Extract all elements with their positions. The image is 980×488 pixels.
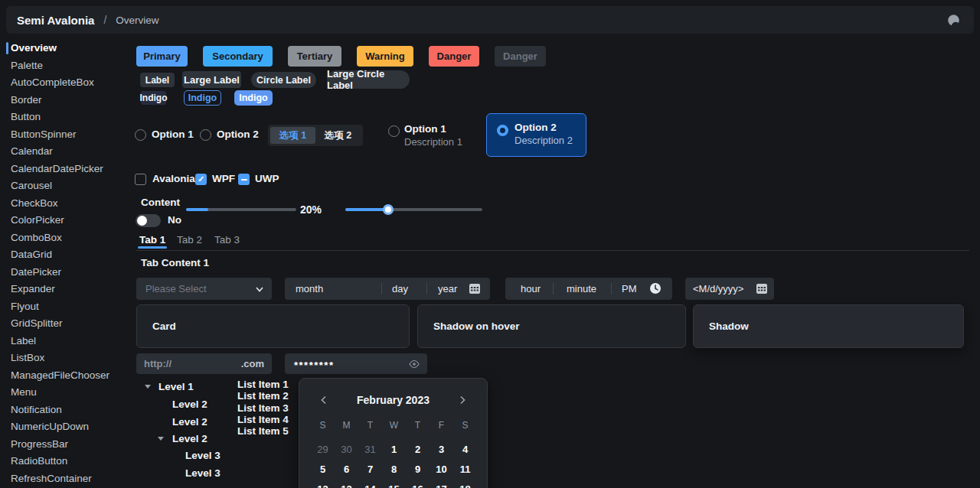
select-input[interactable]: Please Select (136, 278, 272, 300)
brand-title[interactable]: Semi Avalonia (17, 14, 94, 27)
calendar-day[interactable]: 18 (453, 483, 477, 488)
clock-icon[interactable] (649, 282, 662, 294)
sidebar-item-carousel[interactable]: Carousel (0, 177, 130, 195)
date-picker-input[interactable]: month day year (285, 278, 490, 300)
sidebar-item-managedfilechooser[interactable]: ManagedFileChooser (0, 367, 130, 385)
tertiary-button[interactable]: Tertiary (288, 46, 341, 67)
primary-button[interactable]: Primary (136, 46, 188, 67)
sidebar-item-radiobutton[interactable]: RadioButton (0, 453, 130, 470)
eye-icon[interactable] (409, 359, 420, 369)
radio-desc-option1[interactable] (388, 125, 400, 137)
calendar-day[interactable]: 5 (311, 464, 335, 475)
calendar-day[interactable]: 8 (382, 464, 406, 475)
calendar-day[interactable]: 13 (335, 483, 358, 488)
calendar-day[interactable]: 15 (382, 483, 406, 488)
sidebar-item-calendar[interactable]: Calendar (0, 143, 130, 161)
radio-option2[interactable] (200, 129, 211, 141)
tree-item-level1[interactable]: Level 1 (158, 381, 194, 392)
sidebar-item-flyout[interactable]: Flyout (0, 298, 130, 316)
sidebar-item-overview[interactable]: Overview (0, 40, 130, 57)
toggle-switch[interactable] (136, 214, 161, 227)
sidebar-item-border[interactable]: Border (0, 92, 130, 109)
tree-item-level2[interactable]: Level 2 (172, 433, 207, 444)
calendar-day[interactable]: 1 (382, 444, 406, 455)
sidebar-item-autocompletebox[interactable]: AutoCompleteBox (0, 74, 130, 92)
calendar-day[interactable]: 11 (453, 464, 477, 475)
calendar-day[interactable]: 12 (311, 483, 335, 488)
breadcrumb[interactable]: Overview (116, 15, 158, 26)
calendar-icon[interactable] (469, 282, 481, 294)
calendar-date-picker-input[interactable]: <M/d/yyyy> (685, 278, 774, 300)
checkbox-avalonia-label: Avalonia (152, 173, 195, 184)
calendar-day[interactable]: 30 (335, 444, 358, 455)
checkbox-wpf[interactable]: ✓ (195, 174, 207, 185)
sidebar-item-numericupdown[interactable]: NumericUpDown (0, 418, 130, 436)
sidebar-item-buttonspinner[interactable]: ButtonSpinner (0, 126, 130, 144)
calendar-day[interactable]: 14 (358, 483, 382, 488)
sidebar-item-notification[interactable]: Notification (0, 402, 130, 419)
list-item[interactable]: List Item 4 (237, 414, 289, 425)
tree-item-level2[interactable]: Level 2 (172, 399, 207, 410)
calendar-next-button[interactable] (455, 392, 470, 408)
checkbox-avalonia[interactable] (135, 174, 146, 185)
date-year-segment[interactable]: year (438, 283, 457, 294)
time-ampm-segment[interactable]: PM (622, 283, 637, 294)
sidebar-item-progressbar[interactable]: ProgressBar (0, 436, 130, 454)
tree-expander-icon[interactable] (145, 385, 151, 389)
password-input[interactable]: ******** (285, 353, 427, 374)
sidebar-item-calendardatepicker[interactable]: CalendarDatePicker (0, 161, 130, 178)
calendar-day[interactable]: 16 (406, 483, 430, 488)
segment-option-1[interactable]: 选项 1 (270, 127, 315, 144)
calendar-day[interactable]: 29 (311, 444, 335, 455)
sidebar-item-colorpicker[interactable]: ColorPicker (0, 212, 130, 229)
calendar-day[interactable]: 9 (406, 464, 430, 475)
slider-2-thumb[interactable] (383, 204, 394, 215)
sidebar-item-menu[interactable]: Menu (0, 384, 130, 402)
secondary-button[interactable]: Secondary (203, 46, 273, 67)
sidebar-item-button[interactable]: Button (0, 109, 130, 126)
sidebar-item-combobox[interactable]: ComboBox (0, 229, 130, 247)
sidebar-item-label[interactable]: Label (0, 333, 130, 350)
sidebar-item-refreshcontainer[interactable]: RefreshContainer (0, 470, 130, 488)
checkbox-uwp[interactable] (238, 174, 250, 185)
calendar-day[interactable]: 10 (430, 464, 453, 475)
calendar-day[interactable]: 4 (453, 444, 477, 455)
calendar-day[interactable]: 6 (335, 464, 358, 475)
radio-option1[interactable] (135, 129, 146, 141)
date-month-segment[interactable]: month (296, 283, 323, 294)
sidebar-item-datepicker[interactable]: DatePicker (0, 264, 130, 281)
calendar-day[interactable]: 31 (358, 444, 382, 455)
tree-item-level3[interactable]: Level 3 (185, 450, 220, 461)
tree-expander-icon[interactable] (158, 437, 164, 441)
calendar-day[interactable]: 2 (406, 444, 430, 455)
tab-1[interactable]: Tab 1 (139, 234, 165, 246)
calendar-day[interactable]: 7 (358, 464, 382, 475)
tab-2[interactable]: Tab 2 (177, 234, 202, 246)
card-shadow-on-hover[interactable]: Shadow on hover (417, 304, 686, 348)
list-item[interactable]: List Item 2 (237, 390, 289, 402)
sidebar-item-checkbox[interactable]: CheckBox (0, 195, 130, 213)
list-item[interactable]: List Item 5 (237, 425, 289, 437)
theme-toggle-button[interactable] (943, 10, 963, 30)
danger-button[interactable]: Danger (429, 46, 479, 67)
list-item[interactable]: List Item 3 (237, 402, 289, 414)
time-hour-segment[interactable]: hour (521, 283, 541, 294)
time-minute-segment[interactable]: minute (567, 283, 596, 294)
warning-button[interactable]: Warning (357, 46, 413, 67)
sidebar-item-palette[interactable]: Palette (0, 57, 130, 75)
sidebar-item-expander[interactable]: Expander (0, 281, 130, 298)
tree-item-level2[interactable]: Level 2 (172, 416, 207, 428)
calendar-day[interactable]: 3 (430, 444, 453, 455)
date-day-segment[interactable]: day (392, 283, 408, 294)
segment-option-2[interactable]: 选项 2 (315, 127, 361, 144)
sidebar-item-gridsplitter[interactable]: GridSplitter (0, 315, 130, 333)
calendar-day[interactable]: 17 (430, 483, 453, 488)
sidebar-item-listbox[interactable]: ListBox (0, 350, 130, 367)
time-picker-input[interactable]: hour minute PM (505, 278, 672, 300)
tab-3[interactable]: Tab 3 (214, 234, 240, 246)
sidebar-item-datagrid[interactable]: DataGrid (0, 246, 130, 264)
tree-item-level3[interactable]: Level 3 (185, 467, 220, 479)
calendar-icon[interactable] (756, 282, 768, 294)
list-item[interactable]: List Item 1 (237, 379, 289, 390)
url-input[interactable]: http:// .com (136, 353, 272, 374)
